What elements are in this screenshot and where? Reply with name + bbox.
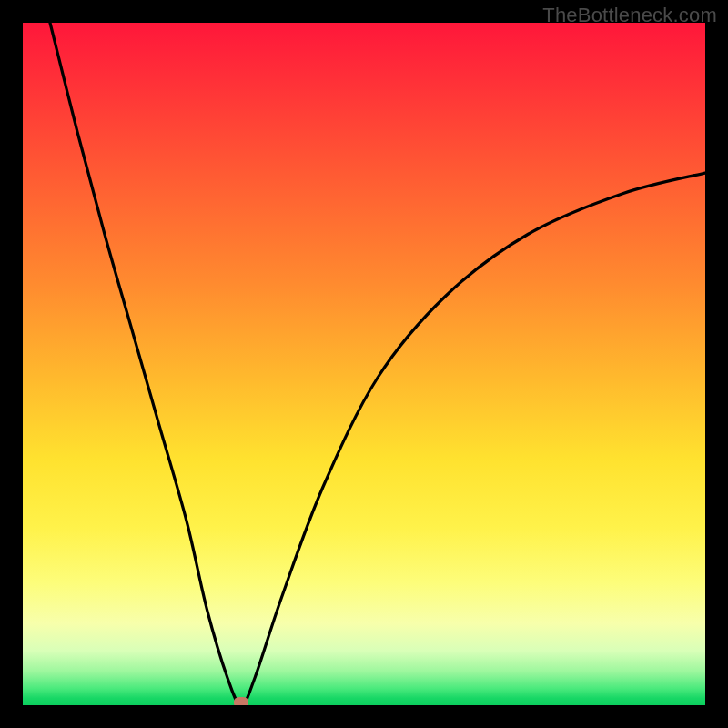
watermark-text: TheBottleneck.com (542, 4, 717, 27)
plot-area (23, 23, 705, 705)
plot-inner (23, 23, 705, 705)
bottleneck-curve (23, 23, 705, 705)
chart-frame: TheBottleneck.com (0, 0, 728, 728)
min-point-marker (234, 697, 248, 705)
